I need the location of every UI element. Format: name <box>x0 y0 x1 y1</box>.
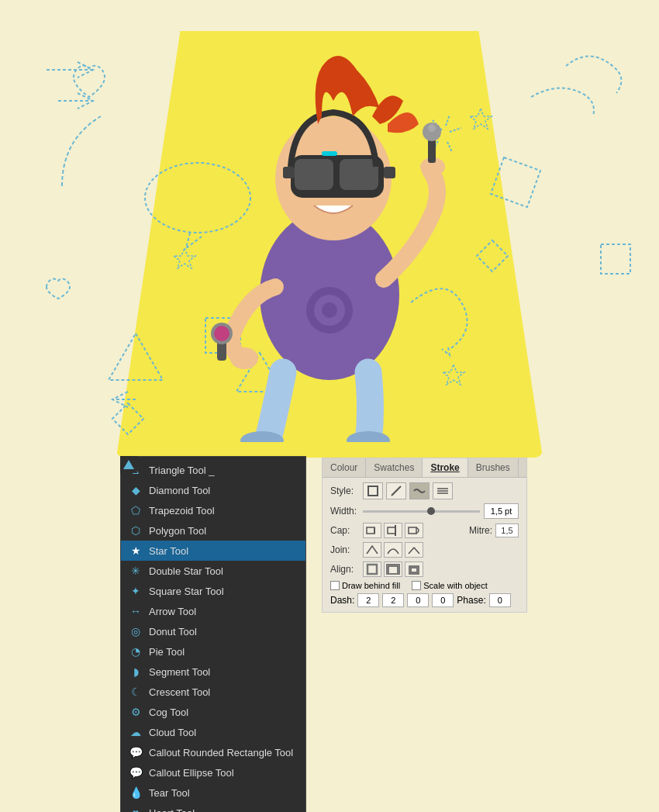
tool-item-callout-rect[interactable]: 💬Callout Rounded Rectangle Tool <box>121 742 305 762</box>
svg-rect-52 <box>409 527 416 534</box>
mitre-label: Mitre: <box>469 525 492 536</box>
tool-item-arrow[interactable]: ↔Arrow Tool <box>121 601 305 621</box>
slider-track <box>363 510 480 513</box>
draw-behind-fill-checkbox[interactable]: Draw behind fill <box>330 581 400 590</box>
style-row: Style: <box>330 482 519 499</box>
dash-input-3[interactable]: 0 <box>407 593 429 607</box>
cog-icon: ⚙ <box>129 705 143 719</box>
style-btn-dotted[interactable] <box>433 482 453 499</box>
triangle-label: Triangle Tool _ <box>149 465 215 476</box>
tool-item-donut[interactable]: ◎Donut Tool <box>121 621 305 641</box>
svg-rect-58 <box>411 568 417 572</box>
square-star-label: Square Star Tool <box>149 586 224 597</box>
checkbox-row: Draw behind fill Scale with object <box>330 581 519 590</box>
align-row: Align: <box>330 561 519 577</box>
tool-item-polygon[interactable]: ⬡Polygon Tool <box>121 520 305 541</box>
dash-label: Dash: <box>330 595 354 606</box>
scale-with-object-box[interactable] <box>412 581 421 590</box>
svg-rect-48 <box>367 527 374 534</box>
tab-colour[interactable]: Colour <box>323 458 366 477</box>
svg-rect-54 <box>367 565 377 574</box>
star-icon: ★ <box>129 544 143 558</box>
cap-btn-0[interactable] <box>363 523 381 538</box>
svg-rect-31 <box>384 167 395 178</box>
cap-label: Cap: <box>330 525 363 536</box>
double-star-icon: ✳ <box>129 564 143 578</box>
diamond-label: Diamond Tool <box>149 485 210 496</box>
dash-input-4[interactable]: 0 <box>432 593 454 607</box>
arrow-label: Arrow Tool <box>149 606 196 617</box>
style-btn-dashed[interactable] <box>409 482 430 499</box>
svg-rect-28 <box>295 159 333 190</box>
callout-rect-icon: 💬 <box>129 745 143 759</box>
tool-item-crescent[interactable]: ☾Crescent Tool <box>121 682 305 702</box>
cloud-icon: ☁ <box>129 725 143 739</box>
canvas-area <box>0 0 659 458</box>
tool-item-trapezoid[interactable]: ⬠Trapezoid Tool <box>121 500 305 520</box>
tab-stroke[interactable]: Stroke <box>423 458 468 477</box>
tab-brushes[interactable]: Brushes <box>468 458 519 477</box>
scale-with-object-label: Scale with object <box>423 581 488 590</box>
mitre-value[interactable]: 1,5 <box>495 523 519 537</box>
width-label: Width: <box>330 506 363 517</box>
join-buttons <box>363 542 423 558</box>
tool-item-heart[interactable]: ♥Heart Tool <box>121 803 305 812</box>
tool-item-star[interactable]: ★Star Tool <box>121 541 305 561</box>
arrow-triangle-icon <box>123 460 134 469</box>
cog-label: Cog Tool <box>149 707 188 718</box>
style-btn-solid[interactable] <box>386 482 406 499</box>
phase-value[interactable]: 0 <box>489 593 511 607</box>
tear-icon: 💧 <box>129 786 143 800</box>
crescent-icon: ☾ <box>129 685 143 699</box>
scale-with-object-checkbox[interactable]: Scale with object <box>412 581 488 590</box>
segment-icon: ◗ <box>129 665 143 679</box>
width-slider[interactable] <box>363 505 480 517</box>
tool-item-diamond[interactable]: ◆Diamond Tool <box>121 480 305 500</box>
tool-item-cog[interactable]: ⚙Cog Tool <box>121 702 305 722</box>
pie-icon: ◔ <box>129 644 143 658</box>
tool-item-square-star[interactable]: ✦Square Star Tool <box>121 581 305 601</box>
donut-label: Donut Tool <box>149 626 197 638</box>
align-btn-2[interactable] <box>405 561 423 577</box>
tool-item-callout-ellipse[interactable]: 💬Callout Ellipse Tool <box>121 762 305 783</box>
tool-dropdown-menu[interactable]: ▲Triangle Tool _◆Diamond Tool⬠Trapezoid … <box>120 456 306 812</box>
tool-item-pie[interactable]: ◔Pie Tool <box>121 641 305 662</box>
svg-rect-55 <box>388 566 398 574</box>
join-btn-0[interactable] <box>363 542 381 558</box>
menu-arrow-indicator <box>120 456 137 473</box>
callout-ellipse-label: Callout Ellipse Tool <box>149 767 234 779</box>
slider-thumb[interactable] <box>427 507 435 515</box>
polygon-icon: ⬡ <box>129 523 143 537</box>
dash-input-2[interactable]: 2 <box>382 593 404 607</box>
align-btn-0[interactable] <box>363 561 381 577</box>
svg-point-33 <box>230 347 258 369</box>
style-btn-none[interactable] <box>363 482 383 499</box>
style-label: Style: <box>330 485 363 496</box>
align-btn-1[interactable] <box>384 561 402 577</box>
square-star-icon: ✦ <box>129 584 143 598</box>
draw-behind-fill-box[interactable] <box>330 581 340 590</box>
character-illustration <box>140 0 527 442</box>
tool-item-triangle[interactable]: ▲Triangle Tool _ <box>121 460 305 480</box>
tool-item-cloud[interactable]: ☁Cloud Tool <box>121 722 305 742</box>
join-btn-2[interactable] <box>405 542 423 558</box>
donut-icon: ◎ <box>129 624 143 638</box>
draw-behind-fill-label: Draw behind fill <box>342 581 400 590</box>
cap-buttons <box>363 523 423 538</box>
cap-row: Cap: Mitre: 1,5 <box>330 523 519 538</box>
join-btn-1[interactable] <box>384 542 402 558</box>
callout-rect-label: Callout Rounded Rectangle Tool <box>149 747 293 758</box>
cap-btn-2[interactable] <box>405 523 423 538</box>
cap-btn-1[interactable] <box>384 523 402 538</box>
tool-item-tear[interactable]: 💧Tear Tool <box>121 783 305 803</box>
double-star-label: Double Star Tool <box>149 565 223 577</box>
tab-swatches[interactable]: Swatches <box>366 458 423 477</box>
mitre-container: Mitre: 1,5 <box>469 523 519 537</box>
cloud-label: Cloud Tool <box>149 727 196 738</box>
arrow-icon: ↔ <box>129 604 143 618</box>
width-value[interactable]: 1,5 pt <box>484 503 519 519</box>
heart-label: Heart Tool <box>149 807 195 813</box>
tool-item-segment[interactable]: ◗Segment Tool <box>121 662 305 682</box>
tool-item-double-star[interactable]: ✳Double Star Tool <box>121 561 305 581</box>
dash-input-1[interactable]: 2 <box>357 593 379 607</box>
